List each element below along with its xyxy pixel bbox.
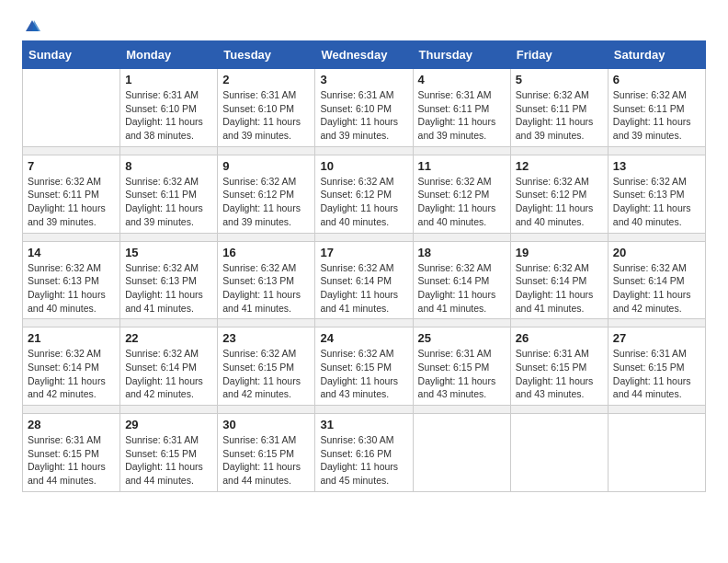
day-number: 8 [125, 159, 212, 173]
separator-cell [608, 319, 705, 327]
separator-cell [413, 233, 510, 241]
day-detail: Sunrise: 6:32 AMSunset: 6:14 PMDaylight:… [613, 261, 700, 316]
day-number: 17 [320, 246, 407, 259]
separator-cell [23, 406, 120, 414]
separator-cell [120, 319, 218, 327]
calendar-cell: 3Sunrise: 6:31 AMSunset: 6:10 PMDaylight… [315, 69, 413, 147]
day-number: 15 [125, 246, 212, 259]
calendar-cell: 13Sunrise: 6:32 AMSunset: 6:13 PMDayligh… [608, 155, 705, 233]
calendar-cell: 10Sunrise: 6:32 AMSunset: 6:12 PMDayligh… [315, 155, 413, 233]
day-detail: Sunrise: 6:32 AMSunset: 6:13 PMDaylight:… [125, 261, 212, 316]
calendar-cell: 2Sunrise: 6:31 AMSunset: 6:10 PMDaylight… [218, 69, 315, 147]
day-number: 30 [222, 418, 310, 431]
day-number: 20 [613, 246, 700, 259]
day-number: 13 [613, 159, 700, 173]
day-detail: Sunrise: 6:32 AMSunset: 6:15 PMDaylight:… [222, 347, 310, 401]
calendar-cell [608, 414, 705, 492]
separator-cell [315, 406, 413, 414]
calendar-cell: 11Sunrise: 6:32 AMSunset: 6:12 PMDayligh… [413, 155, 510, 233]
separator-cell [608, 406, 705, 414]
logo-icon [24, 18, 40, 35]
day-number: 18 [418, 246, 506, 259]
separator-cell [218, 233, 315, 241]
calendar-cell: 23Sunrise: 6:32 AMSunset: 6:15 PMDayligh… [218, 327, 315, 406]
calendar-cell [413, 414, 510, 492]
separator-cell [120, 146, 218, 155]
day-detail: Sunrise: 6:32 AMSunset: 6:13 PMDaylight:… [28, 261, 115, 316]
week-separator [23, 233, 706, 241]
calendar-cell: 27Sunrise: 6:31 AMSunset: 6:15 PMDayligh… [608, 327, 705, 406]
calendar-cell: 25Sunrise: 6:31 AMSunset: 6:15 PMDayligh… [413, 327, 510, 406]
day-detail: Sunrise: 6:32 AMSunset: 6:14 PMDaylight:… [418, 261, 506, 316]
day-detail: Sunrise: 6:32 AMSunset: 6:14 PMDaylight:… [28, 347, 115, 401]
day-number: 9 [222, 159, 310, 173]
day-detail: Sunrise: 6:32 AMSunset: 6:11 PMDaylight:… [28, 175, 115, 229]
day-detail: Sunrise: 6:32 AMSunset: 6:11 PMDaylight:… [125, 175, 212, 229]
day-number: 31 [320, 418, 407, 431]
calendar-cell: 1Sunrise: 6:31 AMSunset: 6:10 PMDaylight… [120, 69, 218, 147]
header-monday: Monday [120, 41, 218, 69]
day-detail: Sunrise: 6:32 AMSunset: 6:12 PMDaylight:… [222, 175, 310, 229]
day-detail: Sunrise: 6:31 AMSunset: 6:15 PMDaylight:… [125, 433, 212, 488]
calendar-cell: 21Sunrise: 6:32 AMSunset: 6:14 PMDayligh… [23, 327, 120, 406]
calendar-cell: 12Sunrise: 6:32 AMSunset: 6:12 PMDayligh… [510, 155, 608, 233]
day-detail: Sunrise: 6:30 AMSunset: 6:16 PMDaylight:… [320, 433, 407, 488]
calendar-cell: 20Sunrise: 6:32 AMSunset: 6:14 PMDayligh… [608, 241, 705, 319]
calendar-cell [23, 69, 120, 147]
day-number: 6 [613, 73, 700, 86]
calendar-cell: 7Sunrise: 6:32 AMSunset: 6:11 PMDaylight… [23, 155, 120, 233]
day-number: 25 [418, 331, 506, 345]
calendar-week-row: 14Sunrise: 6:32 AMSunset: 6:13 PMDayligh… [23, 241, 706, 319]
svg-marker-1 [32, 20, 40, 31]
calendar-cell: 9Sunrise: 6:32 AMSunset: 6:12 PMDaylight… [218, 155, 315, 233]
separator-cell [23, 146, 120, 155]
separator-cell [315, 233, 413, 241]
day-number: 23 [222, 331, 310, 345]
day-number: 16 [222, 246, 310, 259]
day-number: 21 [28, 331, 115, 345]
day-number: 19 [516, 246, 603, 259]
day-number: 7 [28, 159, 115, 173]
calendar-cell: 18Sunrise: 6:32 AMSunset: 6:14 PMDayligh… [413, 241, 510, 319]
separator-cell [510, 406, 608, 414]
day-number: 22 [125, 331, 212, 345]
day-number: 29 [125, 418, 212, 431]
separator-cell [315, 319, 413, 327]
day-number: 3 [320, 73, 407, 86]
calendar-cell: 29Sunrise: 6:31 AMSunset: 6:15 PMDayligh… [120, 414, 218, 492]
day-number: 2 [222, 73, 310, 86]
header-saturday: Saturday [608, 41, 705, 69]
day-number: 4 [418, 73, 506, 86]
day-detail: Sunrise: 6:31 AMSunset: 6:15 PMDaylight:… [613, 347, 700, 401]
day-number: 10 [320, 159, 407, 173]
day-detail: Sunrise: 6:32 AMSunset: 6:11 PMDaylight:… [516, 88, 603, 143]
calendar-header-row: SundayMondayTuesdayWednesdayThursdayFrid… [23, 41, 706, 69]
day-detail: Sunrise: 6:32 AMSunset: 6:12 PMDaylight:… [516, 175, 603, 229]
calendar-week-row: 21Sunrise: 6:32 AMSunset: 6:14 PMDayligh… [23, 327, 706, 406]
day-detail: Sunrise: 6:31 AMSunset: 6:10 PMDaylight:… [125, 88, 212, 143]
calendar-cell: 19Sunrise: 6:32 AMSunset: 6:14 PMDayligh… [510, 241, 608, 319]
calendar-cell: 26Sunrise: 6:31 AMSunset: 6:15 PMDayligh… [510, 327, 608, 406]
separator-cell [510, 319, 608, 327]
week-separator [23, 319, 706, 327]
separator-cell [23, 319, 120, 327]
separator-cell [315, 146, 413, 155]
calendar-week-row: 1Sunrise: 6:31 AMSunset: 6:10 PMDaylight… [23, 69, 706, 147]
day-number: 27 [613, 331, 700, 345]
day-number: 11 [418, 159, 506, 173]
day-number: 28 [28, 418, 115, 431]
day-number: 5 [516, 73, 603, 86]
separator-cell [413, 406, 510, 414]
day-number: 1 [125, 73, 212, 86]
day-detail: Sunrise: 6:31 AMSunset: 6:15 PMDaylight:… [222, 433, 310, 488]
header-thursday: Thursday [413, 41, 510, 69]
day-detail: Sunrise: 6:32 AMSunset: 6:15 PMDaylight:… [320, 347, 407, 401]
separator-cell [510, 233, 608, 241]
separator-cell [608, 233, 705, 241]
day-number: 24 [320, 331, 407, 345]
calendar-cell: 8Sunrise: 6:32 AMSunset: 6:11 PMDaylight… [120, 155, 218, 233]
day-detail: Sunrise: 6:31 AMSunset: 6:15 PMDaylight:… [418, 347, 506, 401]
separator-cell [120, 406, 218, 414]
separator-cell [608, 146, 705, 155]
separator-cell [23, 233, 120, 241]
